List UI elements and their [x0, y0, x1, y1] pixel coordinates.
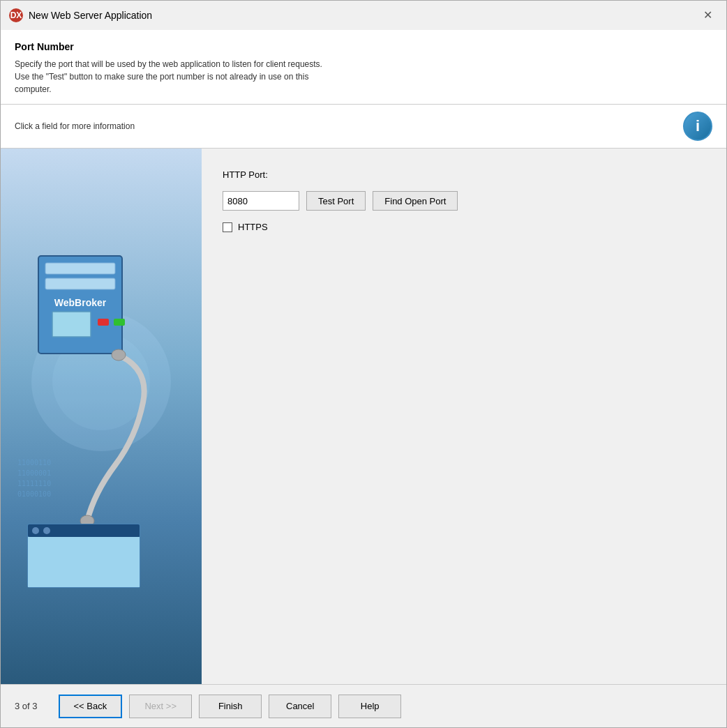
- info-icon-button[interactable]: i: [683, 112, 712, 141]
- left-banner: WebBroker: [1, 149, 202, 684]
- test-port-button[interactable]: Test Port: [306, 191, 366, 211]
- main-content: WebBroker: [1, 149, 726, 684]
- next-button[interactable]: Next >>: [129, 695, 192, 718]
- dialog-window: DX New Web Server Application ✕ Port Num…: [0, 0, 727, 728]
- finish-button[interactable]: Finish: [199, 695, 262, 718]
- http-port-row: HTTP Port:: [223, 169, 705, 180]
- section-title: Port Number: [15, 41, 712, 52]
- window-title: New Web Server Application: [29, 10, 152, 21]
- find-open-port-button[interactable]: Find Open Port: [373, 191, 458, 211]
- svg-rect-4: [45, 278, 115, 289]
- svg-text:01000100: 01000100: [17, 490, 51, 498]
- section-description: Specify the port that will be used by th…: [15, 58, 712, 96]
- svg-point-15: [43, 527, 50, 534]
- server-illustration: WebBroker: [10, 242, 192, 591]
- cancel-button[interactable]: Cancel: [269, 695, 331, 718]
- svg-rect-16: [28, 537, 140, 587]
- config-panel: HTTP Port: Test Port Find Open Port HTTP…: [202, 149, 726, 684]
- info-bar: Click a field for more information i: [1, 105, 726, 149]
- footer: 3 of 3 << Back Next >> Finish Cancel Hel…: [1, 684, 726, 727]
- svg-rect-3: [45, 263, 115, 274]
- port-controls-row: Test Port Find Open Port: [223, 191, 705, 211]
- svg-text:11000001: 11000001: [17, 469, 51, 477]
- close-button[interactable]: ✕: [698, 7, 718, 24]
- https-checkbox[interactable]: [223, 222, 232, 232]
- help-button[interactable]: Help: [338, 695, 401, 718]
- app-icon: DX: [9, 8, 23, 22]
- svg-rect-7: [98, 319, 109, 326]
- https-row: HTTPS: [223, 222, 705, 232]
- svg-text:11000110: 11000110: [17, 459, 51, 467]
- port-input[interactable]: [223, 191, 299, 211]
- page-indicator: 3 of 3: [15, 701, 38, 711]
- svg-text:WebBroker: WebBroker: [54, 297, 107, 308]
- svg-point-14: [32, 527, 39, 534]
- svg-rect-6: [52, 312, 91, 337]
- title-bar: DX New Web Server Application ✕: [1, 1, 726, 30]
- header-section: Port Number Specify the port that will b…: [1, 30, 726, 105]
- https-label: HTTPS: [238, 222, 268, 232]
- svg-rect-8: [114, 319, 125, 326]
- svg-text:11111110: 11111110: [17, 480, 51, 487]
- http-port-label: HTTP Port:: [223, 169, 278, 180]
- back-button[interactable]: << Back: [59, 695, 123, 718]
- title-bar-left: DX New Web Server Application: [9, 8, 152, 22]
- svg-point-9: [112, 349, 126, 361]
- info-bar-text: Click a field for more information: [15, 121, 135, 131]
